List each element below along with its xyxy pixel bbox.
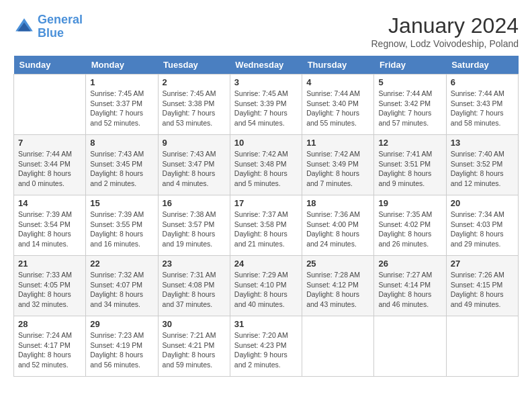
day-number: 24 bbox=[234, 259, 298, 269]
day-info: Sunrise: 7:39 AM Sunset: 3:55 PM Dayligh… bbox=[90, 210, 153, 249]
calendar-cell: 19Sunrise: 7:35 AM Sunset: 4:02 PM Dayli… bbox=[374, 195, 446, 256]
calendar-cell bbox=[302, 316, 374, 377]
day-number: 14 bbox=[18, 198, 81, 208]
logo-text: General Blue bbox=[38, 13, 83, 40]
day-info: Sunrise: 7:26 AM Sunset: 4:15 PM Dayligh… bbox=[451, 270, 514, 310]
day-number: 5 bbox=[378, 77, 441, 87]
calendar-cell: 21Sunrise: 7:33 AM Sunset: 4:05 PM Dayli… bbox=[14, 256, 86, 316]
day-info: Sunrise: 7:33 AM Sunset: 4:05 PM Dayligh… bbox=[18, 270, 81, 310]
day-info: Sunrise: 7:21 AM Sunset: 4:21 PM Dayligh… bbox=[163, 330, 226, 370]
day-info: Sunrise: 7:27 AM Sunset: 4:14 PM Dayligh… bbox=[378, 270, 441, 310]
calendar-cell: 3Sunrise: 7:45 AM Sunset: 3:39 PM Daylig… bbox=[230, 75, 302, 135]
weekday-header-row: SundayMondayTuesdayWednesdayThursdayFrid… bbox=[14, 56, 519, 75]
calendar-cell: 20Sunrise: 7:34 AM Sunset: 4:03 PM Dayli… bbox=[446, 195, 518, 256]
day-number: 30 bbox=[163, 319, 226, 329]
calendar-cell: 8Sunrise: 7:43 AM Sunset: 3:45 PM Daylig… bbox=[86, 135, 158, 195]
day-number: 28 bbox=[18, 319, 81, 329]
weekday-header-thursday: Thursday bbox=[302, 56, 374, 75]
calendar-cell: 17Sunrise: 7:37 AM Sunset: 3:58 PM Dayli… bbox=[230, 195, 302, 256]
day-number: 20 bbox=[451, 198, 514, 208]
day-number: 22 bbox=[90, 259, 153, 269]
day-number: 7 bbox=[18, 138, 81, 148]
day-number: 8 bbox=[90, 138, 153, 148]
calendar-cell: 25Sunrise: 7:28 AM Sunset: 4:12 PM Dayli… bbox=[302, 256, 374, 316]
day-info: Sunrise: 7:39 AM Sunset: 3:54 PM Dayligh… bbox=[18, 210, 81, 249]
day-info: Sunrise: 7:44 AM Sunset: 3:42 PM Dayligh… bbox=[378, 89, 441, 128]
weekday-header-wednesday: Wednesday bbox=[230, 56, 302, 75]
day-info: Sunrise: 7:37 AM Sunset: 3:58 PM Dayligh… bbox=[234, 210, 298, 249]
day-number: 16 bbox=[163, 198, 226, 208]
day-info: Sunrise: 7:29 AM Sunset: 4:10 PM Dayligh… bbox=[234, 270, 298, 310]
day-number: 12 bbox=[378, 138, 441, 148]
calendar-cell: 23Sunrise: 7:31 AM Sunset: 4:08 PM Dayli… bbox=[158, 256, 230, 316]
calendar-cell: 26Sunrise: 7:27 AM Sunset: 4:14 PM Dayli… bbox=[374, 256, 446, 316]
day-number: 23 bbox=[163, 259, 226, 269]
calendar-week-3: 14Sunrise: 7:39 AM Sunset: 3:54 PM Dayli… bbox=[14, 195, 519, 256]
day-info: Sunrise: 7:44 AM Sunset: 3:40 PM Dayligh… bbox=[306, 89, 369, 128]
day-info: Sunrise: 7:38 AM Sunset: 3:57 PM Dayligh… bbox=[163, 210, 226, 249]
weekday-header-sunday: Sunday bbox=[14, 56, 86, 75]
calendar-table: SundayMondayTuesdayWednesdayThursdayFrid… bbox=[13, 56, 519, 377]
day-number: 17 bbox=[234, 198, 298, 208]
day-info: Sunrise: 7:45 AM Sunset: 3:37 PM Dayligh… bbox=[90, 89, 153, 128]
day-info: Sunrise: 7:23 AM Sunset: 4:19 PM Dayligh… bbox=[90, 330, 153, 370]
day-number: 18 bbox=[306, 198, 369, 208]
calendar-cell: 9Sunrise: 7:43 AM Sunset: 3:47 PM Daylig… bbox=[158, 135, 230, 195]
day-number: 15 bbox=[90, 198, 153, 208]
day-number: 3 bbox=[234, 77, 298, 87]
calendar-cell: 1Sunrise: 7:45 AM Sunset: 3:37 PM Daylig… bbox=[86, 75, 158, 135]
calendar-cell bbox=[374, 316, 446, 377]
calendar-week-4: 21Sunrise: 7:33 AM Sunset: 4:05 PM Dayli… bbox=[14, 256, 519, 316]
day-info: Sunrise: 7:44 AM Sunset: 3:43 PM Dayligh… bbox=[451, 89, 514, 128]
day-number: 10 bbox=[234, 138, 298, 148]
day-number: 13 bbox=[451, 138, 514, 148]
calendar-week-2: 7Sunrise: 7:44 AM Sunset: 3:44 PM Daylig… bbox=[14, 135, 519, 195]
calendar-cell: 27Sunrise: 7:26 AM Sunset: 4:15 PM Dayli… bbox=[446, 256, 518, 316]
day-number: 25 bbox=[306, 259, 369, 269]
calendar-cell: 10Sunrise: 7:42 AM Sunset: 3:48 PM Dayli… bbox=[230, 135, 302, 195]
day-info: Sunrise: 7:45 AM Sunset: 3:39 PM Dayligh… bbox=[234, 89, 298, 128]
calendar-cell: 15Sunrise: 7:39 AM Sunset: 3:55 PM Dayli… bbox=[86, 195, 158, 256]
calendar-cell bbox=[14, 75, 86, 135]
day-number: 9 bbox=[163, 138, 226, 148]
day-number: 2 bbox=[163, 77, 226, 87]
calendar-cell: 12Sunrise: 7:41 AM Sunset: 3:51 PM Dayli… bbox=[374, 135, 446, 195]
calendar-week-5: 28Sunrise: 7:24 AM Sunset: 4:17 PM Dayli… bbox=[14, 316, 519, 377]
calendar-cell: 6Sunrise: 7:44 AM Sunset: 3:43 PM Daylig… bbox=[446, 75, 518, 135]
calendar-cell: 5Sunrise: 7:44 AM Sunset: 3:42 PM Daylig… bbox=[374, 75, 446, 135]
weekday-header-monday: Monday bbox=[86, 56, 158, 75]
calendar-cell: 14Sunrise: 7:39 AM Sunset: 3:54 PM Dayli… bbox=[14, 195, 86, 256]
calendar-cell: 16Sunrise: 7:38 AM Sunset: 3:57 PM Dayli… bbox=[158, 195, 230, 256]
weekday-header-saturday: Saturday bbox=[446, 56, 518, 75]
day-number: 4 bbox=[306, 77, 369, 87]
month-title: January 2024 bbox=[371, 13, 519, 38]
day-info: Sunrise: 7:31 AM Sunset: 4:08 PM Dayligh… bbox=[163, 270, 226, 310]
calendar-cell bbox=[446, 316, 518, 377]
day-info: Sunrise: 7:43 AM Sunset: 3:45 PM Dayligh… bbox=[90, 149, 153, 189]
calendar-cell: 24Sunrise: 7:29 AM Sunset: 4:10 PM Dayli… bbox=[230, 256, 302, 316]
day-info: Sunrise: 7:24 AM Sunset: 4:17 PM Dayligh… bbox=[18, 330, 81, 370]
calendar-cell: 13Sunrise: 7:40 AM Sunset: 3:52 PM Dayli… bbox=[446, 135, 518, 195]
day-number: 11 bbox=[306, 138, 369, 148]
day-number: 19 bbox=[378, 198, 441, 208]
day-number: 1 bbox=[90, 77, 153, 87]
day-number: 27 bbox=[451, 259, 514, 269]
calendar-cell: 31Sunrise: 7:20 AM Sunset: 4:23 PM Dayli… bbox=[230, 316, 302, 377]
calendar-week-1: 1Sunrise: 7:45 AM Sunset: 3:37 PM Daylig… bbox=[14, 75, 519, 135]
weekday-header-tuesday: Tuesday bbox=[158, 56, 230, 75]
day-info: Sunrise: 7:35 AM Sunset: 4:02 PM Dayligh… bbox=[378, 210, 441, 249]
title-section: January 2024 Regnow, Lodz Voivodeship, P… bbox=[371, 13, 519, 49]
day-info: Sunrise: 7:42 AM Sunset: 3:49 PM Dayligh… bbox=[306, 149, 369, 189]
day-number: 26 bbox=[378, 259, 441, 269]
day-number: 31 bbox=[234, 319, 298, 329]
location-subtitle: Regnow, Lodz Voivodeship, Poland bbox=[371, 38, 519, 49]
day-info: Sunrise: 7:43 AM Sunset: 3:47 PM Dayligh… bbox=[163, 149, 226, 189]
day-info: Sunrise: 7:36 AM Sunset: 4:00 PM Dayligh… bbox=[306, 210, 369, 249]
calendar-cell: 7Sunrise: 7:44 AM Sunset: 3:44 PM Daylig… bbox=[14, 135, 86, 195]
calendar-cell: 29Sunrise: 7:23 AM Sunset: 4:19 PM Dayli… bbox=[86, 316, 158, 377]
calendar-cell: 4Sunrise: 7:44 AM Sunset: 3:40 PM Daylig… bbox=[302, 75, 374, 135]
day-number: 29 bbox=[90, 319, 153, 329]
logo-icon bbox=[13, 16, 35, 38]
page-header: General Blue January 2024 Regnow, Lodz V… bbox=[13, 13, 519, 49]
day-info: Sunrise: 7:40 AM Sunset: 3:52 PM Dayligh… bbox=[451, 149, 514, 189]
